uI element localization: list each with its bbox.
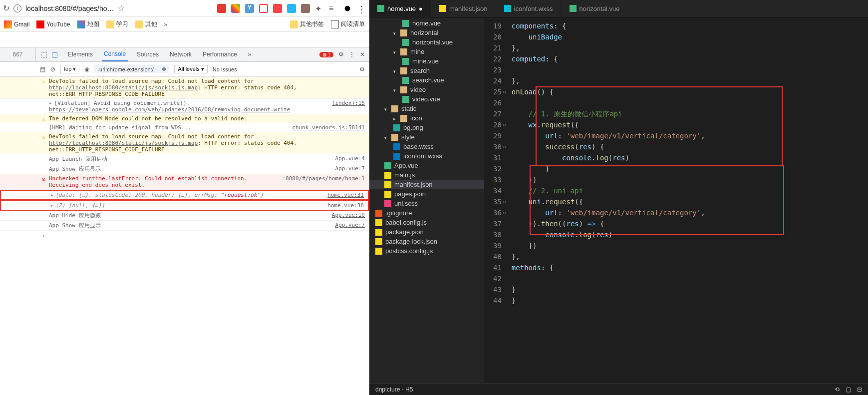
error-badge[interactable]: ⊗1 (319, 52, 333, 57)
console-log[interactable]: App Show 应用显示App.vue:7 (0, 221, 369, 231)
device-toggle-icon[interactable]: ▢ (51, 50, 58, 58)
console-log[interactable]: App Hide 应用隐藏App.vue:10 (0, 211, 369, 221)
file-base-wxss[interactable]: base.wxss (369, 142, 484, 151)
console-warning[interactable]: The deferred DOM Node could not be resol… (0, 114, 369, 123)
source-link[interactable]: home.vue:38 (327, 202, 364, 209)
console-log[interactable]: [HMR] Waiting for update signal from WDS… (0, 123, 369, 132)
filter-input[interactable]: -url:chrome-extension:/⊗ (94, 65, 169, 73)
chrome-menu-icon[interactable]: ⋮ (357, 4, 366, 13)
reading-list[interactable]: 阅读清单 (331, 20, 365, 28)
tab-console[interactable]: Console (102, 47, 128, 61)
bookmark-youtube[interactable]: YouTube (36, 20, 70, 28)
folder-mine[interactable]: mine (369, 47, 484, 56)
file-uni-scss[interactable]: uni.scss (369, 199, 484, 208)
bookmarks-overflow-icon[interactable]: » (164, 21, 168, 28)
tab-network[interactable]: Network (168, 47, 194, 61)
file-package-json[interactable]: package.json (369, 227, 484, 237)
console-warning[interactable]: DevTools failed to load source map: Coul… (0, 132, 369, 154)
file-mine-vue[interactable]: mine.vue (369, 56, 484, 66)
log-levels[interactable]: All levels ▾ (174, 65, 207, 73)
devtools-menu-icon[interactable]: ⋮ (349, 51, 355, 58)
ext-icon-3[interactable]: Y (245, 4, 254, 13)
bookmark-study[interactable]: 学习 (106, 20, 128, 28)
source-link[interactable]: App.vue:7 (335, 165, 365, 173)
clear-filter-icon[interactable]: ⊗ (162, 66, 166, 72)
editor-tab-iconfont[interactable]: iconfont.wxss (496, 0, 562, 17)
inspect-icon[interactable]: ⬚ (41, 50, 47, 58)
file-manifest-json[interactable]: manifest.json (369, 180, 484, 189)
ext-icon-6[interactable] (287, 4, 296, 13)
ext-icon-9[interactable] (343, 4, 352, 13)
ext-icon-5[interactable] (273, 4, 282, 13)
folder-style[interactable]: style (369, 132, 484, 142)
file-app-vue[interactable]: App.vue (369, 161, 484, 170)
close-devtools-icon[interactable]: ✕ (360, 51, 365, 58)
folder-search[interactable]: search (369, 66, 484, 75)
file-pages-json[interactable]: pages.json (369, 189, 484, 199)
tab-elements[interactable]: Elements (66, 47, 95, 61)
console-error[interactable]: Unchecked runtime.lastError: Could not e… (0, 174, 369, 190)
file-postcss-config[interactable]: postcss.config.js (369, 246, 484, 256)
refresh-icon[interactable]: ↻ (3, 3, 9, 13)
file-package-lock[interactable]: package-lock.json (369, 237, 484, 246)
tab-performance[interactable]: Performance (201, 47, 239, 61)
file-search-vue[interactable]: search.vue (369, 75, 484, 85)
tab-sources[interactable]: Sources (135, 47, 161, 61)
console-prompt[interactable] (0, 231, 369, 241)
file-gitignore[interactable]: .gitignore (369, 208, 484, 218)
folder-icon[interactable]: icon (369, 113, 484, 123)
editor-tab-home[interactable]: home.vue● (369, 0, 431, 17)
source-link[interactable]: App.vue:10 (332, 212, 365, 219)
address-bar[interactable]: localhost:8080/#/pages/ho… (25, 4, 114, 12)
bookmark-other[interactable]: 其他 (135, 20, 157, 28)
source-link[interactable]: App.vue:7 (335, 222, 365, 229)
live-expression-icon[interactable]: ◉ (84, 66, 89, 73)
file-main-js[interactable]: main.js (369, 170, 484, 180)
editor-tab-manifest[interactable]: manifest.json (431, 0, 496, 17)
folder-video[interactable]: video (369, 85, 484, 94)
console-settings-icon[interactable]: ⚙ (359, 66, 365, 73)
ext-icon-4[interactable] (259, 4, 268, 13)
file-babel-config[interactable]: babel.config.js (369, 218, 484, 227)
sidebar-toggle-icon[interactable]: ▤ (40, 66, 45, 73)
bookmark-gmail[interactable]: Gmail (4, 20, 29, 28)
file-horizontal-vue[interactable]: horizontal.vue (369, 37, 484, 47)
bookmark-map[interactable]: 地图 (77, 20, 99, 28)
source-link[interactable]: App.vue:4 (335, 155, 365, 163)
ext-icon-2[interactable] (231, 4, 240, 13)
console-warning[interactable]: DevTools failed to load source map: Coul… (0, 77, 369, 99)
source-link[interactable]: :8080/#/pages/home/home:1 (282, 175, 365, 188)
context-selector[interactable]: top ▾ (60, 65, 79, 73)
source-link[interactable]: home.vue:31 (327, 192, 364, 198)
source-link[interactable]: chunk-vendors.js:58141 (292, 124, 365, 131)
folder-static[interactable]: static (369, 104, 484, 113)
console-log-highlighted[interactable]: (2) [null, {…}] home.vue:38 (0, 200, 369, 211)
site-info-icon[interactable]: i (13, 4, 21, 12)
status-icon-2[interactable]: ▢ (846, 386, 851, 393)
folder-horizontal[interactable]: horizontal (369, 28, 484, 37)
issues-link[interactable]: No Issues (213, 66, 237, 72)
clear-console-icon[interactable]: ⊘ (50, 66, 55, 73)
console-log[interactable]: [Violation] Avoid using document.write()… (0, 99, 369, 114)
console-log[interactable]: App Show 应用显示App.vue:7 (0, 164, 369, 174)
console-log-highlighted[interactable]: {data: {…}, statusCode: 200, header: {…}… (0, 190, 369, 200)
editor-tab-horizontal[interactable]: horizontal.vue (562, 0, 628, 17)
settings-icon[interactable]: ⚙ (338, 51, 344, 58)
bookmark-star-icon[interactable]: ☆ (118, 3, 125, 13)
file-home-vue[interactable]: home.vue (369, 18, 484, 28)
file-video-vue[interactable]: video.vue (369, 94, 484, 104)
code-content[interactable]: components: { uniBadge }, computed: { },… (507, 17, 868, 383)
source-link[interactable]: (index):15 (332, 100, 365, 113)
other-bookmarks[interactable]: 其他书签 (290, 20, 324, 28)
cookie-icon[interactable] (301, 4, 310, 13)
tab-more[interactable]: » (246, 47, 254, 61)
console-log[interactable]: App Launch 应用启动App.vue:4 (0, 154, 369, 164)
code-editor[interactable]: 19 20 21 22 23 24 25⊟ 26 27 28⊟ 29 30⊟ 3… (484, 17, 868, 383)
reader-icon[interactable]: ≡ (329, 4, 338, 13)
file-bg-png[interactable]: bg.png (369, 123, 484, 132)
extensions-icon[interactable]: ✦ (315, 4, 324, 13)
file-iconfont-wxss[interactable]: iconfont.wxss (369, 151, 484, 161)
status-icon-1[interactable]: ⟲ (835, 386, 840, 393)
ublock-icon[interactable] (217, 4, 226, 13)
status-icon-3[interactable]: ⊟ (857, 386, 862, 393)
